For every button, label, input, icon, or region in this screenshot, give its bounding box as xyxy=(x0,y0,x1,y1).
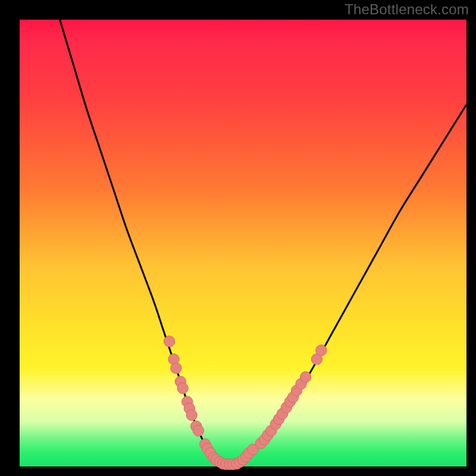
bottleneck-curve xyxy=(60,20,466,465)
curve-marker xyxy=(300,372,311,383)
curve-marker xyxy=(316,345,327,356)
plot-area xyxy=(20,20,466,466)
curve-marker xyxy=(193,425,203,436)
curve-layer xyxy=(20,20,466,466)
curve-marker xyxy=(177,383,188,393)
curve-marker xyxy=(186,409,197,420)
chart-frame: TheBottleneck.com xyxy=(0,0,476,476)
curve-marker xyxy=(171,363,181,374)
curve-marker xyxy=(164,336,174,347)
curve-markers xyxy=(164,336,327,470)
watermark-label: TheBottleneck.com xyxy=(345,1,469,18)
